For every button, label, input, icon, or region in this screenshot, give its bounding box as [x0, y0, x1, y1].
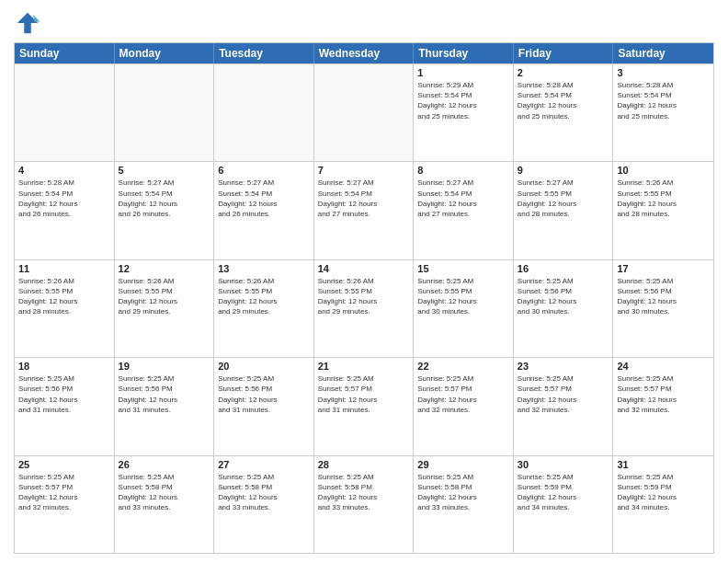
day-number: 18: [18, 361, 110, 372]
day-number: 22: [417, 361, 509, 372]
day-info: Sunrise: 5:26 AM Sunset: 5:55 PM Dayligh…: [617, 178, 710, 219]
day-number: 29: [417, 459, 509, 470]
calendar-day-cell: 21Sunrise: 5:25 AM Sunset: 5:57 PM Dayli…: [314, 358, 415, 454]
day-number: 25: [18, 459, 110, 470]
day-number: 20: [218, 361, 310, 372]
day-info: Sunrise: 5:26 AM Sunset: 5:55 PM Dayligh…: [318, 276, 410, 317]
calendar-day-cell: 9Sunrise: 5:27 AM Sunset: 5:55 PM Daylig…: [514, 162, 614, 259]
calendar-body: 1Sunrise: 5:29 AM Sunset: 5:54 PM Daylig…: [15, 63, 713, 553]
day-info: Sunrise: 5:25 AM Sunset: 5:56 PM Dayligh…: [119, 373, 210, 415]
calendar-week-row: 25Sunrise: 5:25 AM Sunset: 5:57 PM Dayli…: [15, 455, 713, 553]
calendar-day-cell: 23Sunrise: 5:25 AM Sunset: 5:57 PM Dayli…: [514, 358, 614, 454]
day-number: 23: [518, 361, 609, 372]
day-info: Sunrise: 5:25 AM Sunset: 5:57 PM Dayligh…: [617, 373, 710, 415]
day-info: Sunrise: 5:28 AM Sunset: 5:54 PM Dayligh…: [18, 178, 110, 219]
calendar-empty-cell: [214, 64, 314, 161]
day-info: Sunrise: 5:25 AM Sunset: 5:58 PM Dayligh…: [218, 472, 310, 513]
day-number: 6: [218, 165, 310, 176]
day-number: 16: [518, 263, 609, 274]
day-info: Sunrise: 5:25 AM Sunset: 5:58 PM Dayligh…: [417, 472, 509, 513]
day-info: Sunrise: 5:25 AM Sunset: 5:58 PM Dayligh…: [318, 472, 410, 513]
day-number: 26: [119, 459, 210, 470]
calendar-day-cell: 28Sunrise: 5:25 AM Sunset: 5:58 PM Dayli…: [314, 456, 415, 553]
day-of-week-header: Wednesday: [314, 43, 415, 63]
calendar-empty-cell: [314, 64, 415, 161]
calendar-day-cell: 25Sunrise: 5:25 AM Sunset: 5:57 PM Dayli…: [15, 456, 115, 553]
calendar-day-cell: 7Sunrise: 5:27 AM Sunset: 5:54 PM Daylig…: [314, 162, 415, 259]
day-info: Sunrise: 5:28 AM Sunset: 5:54 PM Dayligh…: [617, 80, 710, 121]
calendar-day-cell: 15Sunrise: 5:25 AM Sunset: 5:55 PM Dayli…: [414, 260, 514, 357]
calendar: SundayMondayTuesdayWednesdayThursdayFrid…: [14, 42, 714, 554]
day-number: 30: [518, 459, 609, 470]
calendar-day-cell: 18Sunrise: 5:25 AM Sunset: 5:56 PM Dayli…: [15, 358, 115, 454]
day-info: Sunrise: 5:25 AM Sunset: 5:58 PM Dayligh…: [119, 472, 210, 513]
day-info: Sunrise: 5:25 AM Sunset: 5:57 PM Dayligh…: [318, 373, 410, 415]
day-info: Sunrise: 5:25 AM Sunset: 5:56 PM Dayligh…: [518, 276, 609, 317]
day-number: 1: [417, 67, 509, 78]
calendar-week-row: 18Sunrise: 5:25 AM Sunset: 5:56 PM Dayli…: [15, 357, 713, 454]
day-number: 27: [218, 459, 310, 470]
day-number: 13: [218, 263, 310, 274]
day-info: Sunrise: 5:27 AM Sunset: 5:55 PM Dayligh…: [518, 178, 609, 219]
day-info: Sunrise: 5:25 AM Sunset: 5:57 PM Dayligh…: [417, 373, 509, 415]
day-number: 24: [617, 361, 710, 372]
calendar-day-cell: 8Sunrise: 5:27 AM Sunset: 5:54 PM Daylig…: [414, 162, 514, 259]
day-info: Sunrise: 5:27 AM Sunset: 5:54 PM Dayligh…: [318, 178, 410, 219]
day-info: Sunrise: 5:25 AM Sunset: 5:56 PM Dayligh…: [617, 276, 710, 317]
day-info: Sunrise: 5:25 AM Sunset: 5:56 PM Dayligh…: [218, 373, 310, 415]
day-number: 31: [617, 459, 710, 470]
calendar-day-cell: 16Sunrise: 5:25 AM Sunset: 5:56 PM Dayli…: [514, 260, 614, 357]
day-number: 9: [518, 165, 609, 176]
day-number: 10: [617, 165, 710, 176]
day-number: 7: [318, 165, 410, 176]
calendar-day-cell: 31Sunrise: 5:25 AM Sunset: 5:59 PM Dayli…: [613, 456, 713, 553]
calendar-day-cell: 4Sunrise: 5:28 AM Sunset: 5:54 PM Daylig…: [15, 162, 115, 259]
logo: [14, 9, 43, 37]
day-of-week-header: Sunday: [15, 43, 115, 63]
calendar-day-cell: 10Sunrise: 5:26 AM Sunset: 5:55 PM Dayli…: [613, 162, 713, 259]
day-of-week-header: Friday: [514, 43, 614, 63]
day-number: 4: [18, 165, 110, 176]
day-number: 21: [318, 361, 410, 372]
calendar-empty-cell: [115, 64, 215, 161]
day-of-week-header: Saturday: [613, 43, 713, 63]
day-info: Sunrise: 5:27 AM Sunset: 5:54 PM Dayligh…: [417, 178, 509, 219]
calendar-day-cell: 5Sunrise: 5:27 AM Sunset: 5:54 PM Daylig…: [115, 162, 215, 259]
day-number: 15: [417, 263, 509, 274]
day-info: Sunrise: 5:26 AM Sunset: 5:55 PM Dayligh…: [18, 276, 110, 317]
day-info: Sunrise: 5:27 AM Sunset: 5:54 PM Dayligh…: [119, 178, 210, 219]
calendar-day-cell: 22Sunrise: 5:25 AM Sunset: 5:57 PM Dayli…: [414, 358, 514, 454]
day-info: Sunrise: 5:26 AM Sunset: 5:55 PM Dayligh…: [119, 276, 210, 317]
calendar-day-cell: 1Sunrise: 5:29 AM Sunset: 5:54 PM Daylig…: [414, 64, 514, 161]
calendar-day-cell: 3Sunrise: 5:28 AM Sunset: 5:54 PM Daylig…: [613, 64, 713, 161]
calendar-day-cell: 13Sunrise: 5:26 AM Sunset: 5:55 PM Dayli…: [214, 260, 314, 357]
calendar-day-cell: 17Sunrise: 5:25 AM Sunset: 5:56 PM Dayli…: [613, 260, 713, 357]
day-number: 12: [119, 263, 210, 274]
calendar-day-cell: 24Sunrise: 5:25 AM Sunset: 5:57 PM Dayli…: [613, 358, 713, 454]
day-number: 28: [318, 459, 410, 470]
page: SundayMondayTuesdayWednesdayThursdayFrid…: [0, 0, 728, 563]
day-info: Sunrise: 5:29 AM Sunset: 5:54 PM Dayligh…: [417, 80, 509, 121]
day-number: 11: [18, 263, 110, 274]
logo-icon: [14, 9, 41, 37]
calendar-header: SundayMondayTuesdayWednesdayThursdayFrid…: [15, 43, 713, 63]
day-number: 14: [318, 263, 410, 274]
calendar-week-row: 11Sunrise: 5:26 AM Sunset: 5:55 PM Dayli…: [15, 259, 713, 357]
day-number: 2: [518, 67, 609, 78]
day-info: Sunrise: 5:25 AM Sunset: 5:56 PM Dayligh…: [18, 373, 110, 415]
calendar-day-cell: 6Sunrise: 5:27 AM Sunset: 5:54 PM Daylig…: [214, 162, 314, 259]
calendar-day-cell: 29Sunrise: 5:25 AM Sunset: 5:58 PM Dayli…: [414, 456, 514, 553]
day-info: Sunrise: 5:27 AM Sunset: 5:54 PM Dayligh…: [218, 178, 310, 219]
day-of-week-header: Tuesday: [214, 43, 314, 63]
day-number: 8: [417, 165, 509, 176]
day-number: 17: [617, 263, 710, 274]
day-number: 3: [617, 67, 710, 78]
day-info: Sunrise: 5:25 AM Sunset: 5:59 PM Dayligh…: [617, 472, 710, 513]
calendar-day-cell: 27Sunrise: 5:25 AM Sunset: 5:58 PM Dayli…: [214, 456, 314, 553]
svg-marker-0: [17, 13, 39, 34]
calendar-day-cell: 26Sunrise: 5:25 AM Sunset: 5:58 PM Dayli…: [115, 456, 215, 553]
day-of-week-header: Monday: [115, 43, 215, 63]
calendar-day-cell: 12Sunrise: 5:26 AM Sunset: 5:55 PM Dayli…: [115, 260, 215, 357]
calendar-week-row: 4Sunrise: 5:28 AM Sunset: 5:54 PM Daylig…: [15, 161, 713, 259]
day-info: Sunrise: 5:25 AM Sunset: 5:55 PM Dayligh…: [417, 276, 509, 317]
